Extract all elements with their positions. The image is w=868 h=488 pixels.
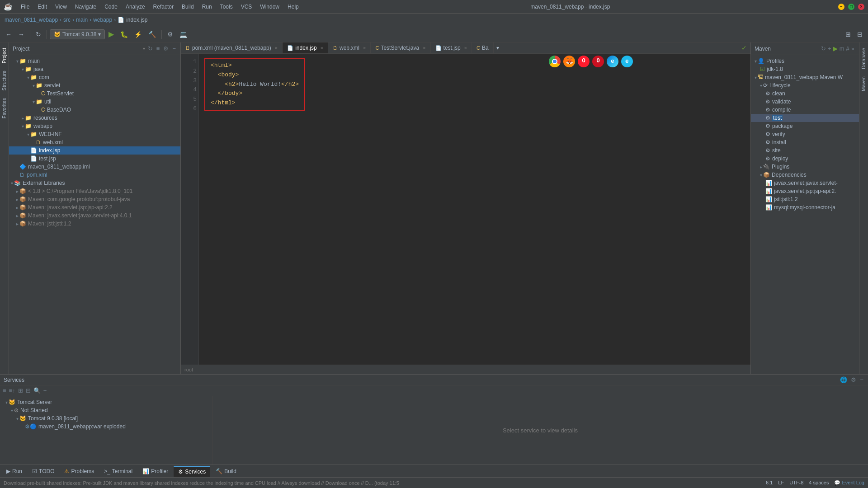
maven-jdk18[interactable]: ☑ jdk-1.8 <box>751 65 859 73</box>
menu-navigate[interactable]: Navigate <box>71 2 100 11</box>
service-tomcat-instance[interactable]: ▾ 🐱 Tomcat 9.0.38 [local] <box>2 414 210 422</box>
run-button[interactable]: ▶ <box>106 28 117 40</box>
tree-item-extlibs[interactable]: ▾ 📚 External Libraries <box>9 179 180 187</box>
menu-run[interactable]: Run <box>198 2 216 11</box>
chrome-icon[interactable] <box>549 56 561 67</box>
project-collapse-btn[interactable]: ≡ <box>156 44 161 53</box>
tab-testjsp[interactable]: 📄 test.jsp × <box>431 42 472 53</box>
tab-testservlet[interactable]: C TestServlet.java × <box>371 42 430 53</box>
tree-item-basedao[interactable]: ▾ C BaseDAO <box>9 106 180 114</box>
breadcrumb-webapp[interactable]: webapp <box>93 17 112 23</box>
debug-button[interactable]: 🐛 <box>118 29 131 40</box>
breadcrumb-project[interactable]: maven_0811_webapp <box>5 17 58 23</box>
menu-window[interactable]: Window <box>256 2 283 11</box>
tab-build[interactable]: 🔨 Build <box>211 466 241 476</box>
expand-button[interactable]: ⊞ <box>843 29 854 40</box>
services-collapse-all-btn[interactable]: ≡ <box>2 386 7 395</box>
service-not-started[interactable]: ▾ ⊘ Not Started <box>2 406 210 414</box>
services-hide-btn[interactable]: − <box>859 375 864 384</box>
project-refresh-btn[interactable]: ↻ <box>147 44 154 53</box>
back-button[interactable]: ← <box>3 29 14 40</box>
project-hide-btn[interactable]: − <box>171 44 177 53</box>
tab-close-btn[interactable]: × <box>464 45 467 51</box>
menu-tools[interactable]: Tools <box>217 2 236 11</box>
maven-install[interactable]: ⚙ install <box>751 138 859 146</box>
breadcrumb-file[interactable]: index.jsp <box>126 17 147 23</box>
maximize-button[interactable]: □ <box>848 4 854 10</box>
maven-verify[interactable]: ⚙ verify <box>751 130 859 138</box>
maven-dependencies[interactable]: ▾ 📦 Dependencies <box>751 171 859 179</box>
refresh-button[interactable]: ↻ <box>33 29 44 40</box>
maven-compile[interactable]: ⚙ compile <box>751 106 859 114</box>
tab-run[interactable]: ▶ Run <box>2 466 27 476</box>
maven-side-tab[interactable]: Maven <box>859 73 868 95</box>
tree-item-webapp[interactable]: ▾ 📁 webapp <box>9 122 180 130</box>
maven-run-btn[interactable]: ▶ <box>832 44 839 53</box>
tree-item-pomxml[interactable]: ▾ 🗋 pom.xml <box>9 171 180 179</box>
favorites-tab[interactable]: Favorites <box>0 94 9 122</box>
tree-item-util[interactable]: ▾ 📁 util <box>9 98 180 106</box>
tree-item-jspapi[interactable]: ▸ 📦 Maven: javax.servlet.jsp:jsp-api:2.2 <box>9 203 180 211</box>
firefox-icon[interactable]: 🦊 <box>563 56 575 67</box>
minimize-button[interactable]: − <box>838 4 844 10</box>
project-dropdown[interactable]: ▾ <box>143 46 145 51</box>
maven-plugins[interactable]: ▸ 🔌 Plugins <box>751 163 859 171</box>
opera2-icon[interactable]: O <box>592 56 604 67</box>
code-editor[interactable]: <html> <body> <h2>Hello World!</h2> </bo… <box>199 54 750 365</box>
tab-profiler[interactable]: 📊 Profiler <box>138 466 173 476</box>
maven-test[interactable]: ⚙ test <box>751 114 859 122</box>
menu-code[interactable]: Code <box>101 2 121 11</box>
maven-dep-servlet[interactable]: 📊 javax.servlet:javax.servlet- <box>751 179 859 187</box>
menu-file[interactable]: File <box>17 2 33 11</box>
services-settings-btn[interactable]: ⚙ <box>850 375 857 384</box>
maven-profiles[interactable]: ▾ 👤 Profiles <box>751 57 859 65</box>
maven-dep-jstl[interactable]: 📊 jstl:jstl:1.2 <box>751 195 859 203</box>
maven-refresh-btn[interactable]: ↻ <box>820 44 827 53</box>
settings-button[interactable]: ⚙ <box>165 29 176 40</box>
cursor-position[interactable]: 6:1 <box>766 480 773 486</box>
structure-tab[interactable]: Structure <box>0 67 9 94</box>
maven-settings-btn[interactable]: m <box>839 44 845 53</box>
event-log[interactable]: 💬 Event Log <box>834 480 864 486</box>
tree-item-protobuf[interactable]: ▸ 📦 Maven: com.google.protobuf:protobuf-… <box>9 195 180 203</box>
database-tab[interactable]: Database <box>859 44 868 73</box>
maven-package[interactable]: ⚙ package <box>751 122 859 130</box>
tab-problems[interactable]: ⚠ Problems <box>60 466 99 476</box>
run-configuration[interactable]: 🐱 Tomcat 9.0.38 ▾ <box>50 29 105 39</box>
tab-close-btn[interactable]: × <box>275 45 278 51</box>
tree-item-java[interactable]: ▾ 📁 java <box>9 65 180 73</box>
tree-item-resources[interactable]: ▸ 📁 resources <box>9 114 180 122</box>
tree-item-servlet[interactable]: ▾ 📁 servlet <box>9 81 180 89</box>
services-globe-btn[interactable]: 🌐 <box>839 375 848 384</box>
project-settings-btn[interactable]: ⚙ <box>162 44 170 53</box>
services-add-btn[interactable]: + <box>42 386 48 395</box>
tab-close-btn[interactable]: × <box>321 45 323 51</box>
breadcrumb-main[interactable]: main <box>76 17 88 23</box>
terminal-button[interactable]: 💻 <box>177 29 190 40</box>
tab-terminal[interactable]: >_ Terminal <box>99 466 137 476</box>
tab-ba[interactable]: C Ba <box>472 42 494 53</box>
menu-view[interactable]: View <box>52 2 71 11</box>
services-filter-btn[interactable]: ⊟ <box>25 386 32 395</box>
coverage-button[interactable]: ⚡ <box>132 29 145 40</box>
tab-close-btn[interactable]: × <box>423 45 425 51</box>
services-view-btn[interactable]: 🔍 <box>33 386 42 395</box>
edge-icon[interactable]: e <box>607 56 618 67</box>
tree-item-servletapi[interactable]: ▸ 📦 Maven: javax.servlet:javax.servlet-a… <box>9 211 180 220</box>
tab-services[interactable]: ⚙ Services <box>174 466 210 477</box>
encoding[interactable]: UTF-8 <box>789 480 803 486</box>
tree-item-jdk[interactable]: ▸ 📦 < 1.8 > C:\Program Files\Java\jdk1.8… <box>9 187 180 195</box>
maven-more-btn[interactable]: # <box>845 44 850 53</box>
project-tab[interactable]: Project <box>0 44 9 67</box>
tab-todo[interactable]: ☑ TODO <box>28 466 59 476</box>
tab-pom[interactable]: 🗋 pom.xml (maven_0811_webapp) × <box>181 42 283 53</box>
tree-item-testjsp[interactable]: ▾ 📄 test.jsp <box>9 155 180 163</box>
ie-icon[interactable]: e <box>621 56 633 67</box>
tab-close-btn[interactable]: × <box>363 45 366 51</box>
opera-icon[interactable]: O <box>578 56 590 67</box>
tree-item-testservlet[interactable]: ▾ C TestServlet <box>9 89 180 98</box>
tree-item-jstl[interactable]: ▸ 📦 Maven: jstl:jstl:1.2 <box>9 220 180 228</box>
menu-refactor[interactable]: Refactor <box>150 2 177 11</box>
maven-site[interactable]: ⚙ site <box>751 146 859 155</box>
collapse-button[interactable]: ⊟ <box>854 29 865 40</box>
